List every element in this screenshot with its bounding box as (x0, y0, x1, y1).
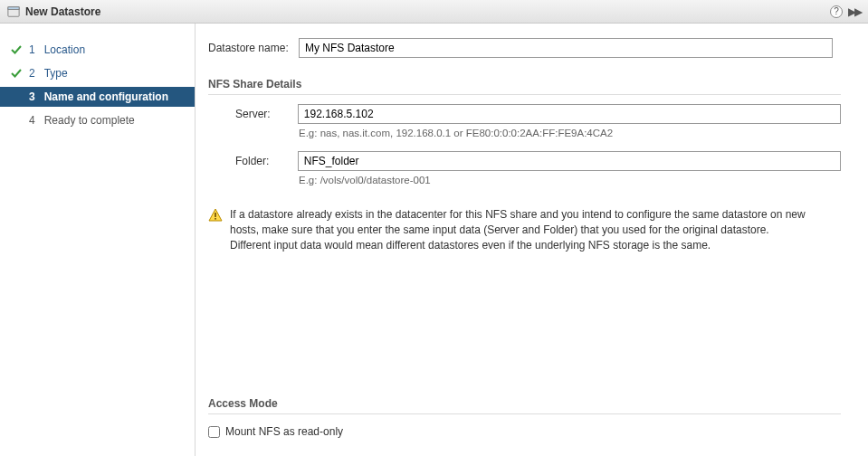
server-hint: E.g: nas, nas.it.com, 192.168.0.1 or FE8… (299, 128, 841, 138)
check-icon (11, 44, 22, 55)
folder-row: Folder: (235, 151, 841, 171)
readonly-label: Mount NFS as read-only (225, 425, 343, 438)
check-icon (11, 68, 22, 79)
content-panel: Datastore name: NFS Share Details Server… (196, 24, 868, 456)
warning-line-2: Different input data would mean differen… (230, 239, 711, 252)
step-number: 3 (29, 90, 35, 103)
warning-text: If a datastore already exists in the dat… (230, 207, 832, 252)
server-label: Server: (235, 108, 298, 120)
spacer (208, 252, 841, 379)
step-number: 2 (29, 67, 35, 80)
nfs-section-title: NFS Share Details (208, 78, 841, 95)
server-row: Server: (235, 104, 841, 124)
wizard-sidebar: 1 Location 2 Type 3 Name and configurati… (0, 24, 196, 456)
step-ready[interactable]: 4 Ready to complete (0, 110, 195, 130)
titlebar: New Datastore ? ▶▶ (0, 0, 868, 24)
titlebar-right: ? ▶▶ (830, 5, 861, 18)
step-number: 4 (29, 114, 35, 127)
folder-input[interactable] (298, 151, 841, 171)
server-input[interactable] (298, 104, 841, 124)
expand-icon[interactable]: ▶▶ (848, 5, 861, 18)
folder-label: Folder: (235, 155, 298, 167)
warning-icon (208, 208, 223, 223)
datastore-icon (7, 5, 20, 18)
step-label: Ready to complete (44, 114, 135, 127)
step-type[interactable]: 2 Type (0, 63, 195, 83)
datastore-name-input[interactable] (299, 38, 833, 58)
help-icon[interactable]: ? (830, 5, 843, 18)
warning-line-1: If a datastore already exists in the dat… (230, 208, 806, 236)
access-section-title: Access Mode (208, 397, 841, 414)
titlebar-left: New Datastore (7, 5, 100, 18)
window-title: New Datastore (25, 5, 100, 18)
svg-rect-2 (215, 213, 216, 217)
folder-hint: E.g: /vols/vol0/datastore-001 (299, 175, 841, 185)
step-location[interactable]: 1 Location (0, 40, 195, 60)
svg-rect-1 (8, 6, 19, 9)
svg-rect-3 (215, 218, 216, 220)
check-blank-icon (11, 115, 22, 126)
step-name-config[interactable]: 3 Name and configuration (0, 87, 195, 107)
warning-block: If a datastore already exists in the dat… (208, 207, 841, 252)
readonly-row: Mount NFS as read-only (208, 425, 841, 438)
step-label: Location (44, 43, 85, 56)
datastore-name-row: Datastore name: (208, 38, 841, 58)
readonly-checkbox[interactable] (208, 426, 220, 438)
datastore-name-label: Datastore name: (208, 42, 299, 54)
check-blank-icon (11, 91, 22, 102)
step-number: 1 (29, 43, 35, 56)
step-label: Name and configuration (44, 90, 168, 103)
step-label: Type (44, 67, 68, 80)
main: 1 Location 2 Type 3 Name and configurati… (0, 24, 868, 456)
